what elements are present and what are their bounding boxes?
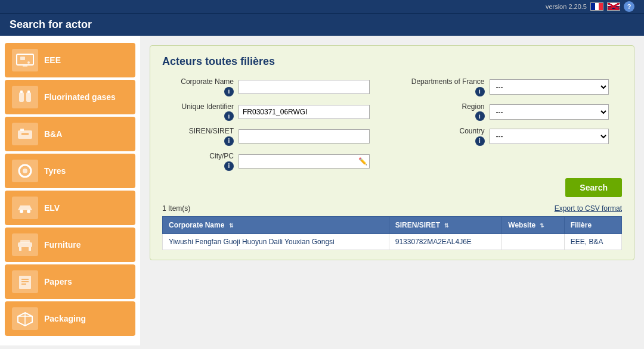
country-select[interactable]: --- bbox=[490, 129, 609, 144]
form-left: Corporate Name i Unique Identifier i bbox=[162, 77, 383, 171]
corporate-name-label: Corporate Name i bbox=[162, 77, 234, 96]
th-website[interactable]: Website ⇅ bbox=[502, 216, 564, 233]
sidebar-item-eee-label: EEE bbox=[44, 55, 61, 66]
table-row[interactable]: Yiwushi Fengfan Guoji Huoyun Daili Youxi… bbox=[163, 233, 622, 250]
svg-rect-15 bbox=[18, 242, 32, 247]
svg-rect-7 bbox=[27, 91, 30, 93]
content-area: Acteurs toutes filières Corporate Name i bbox=[140, 36, 644, 345]
sort-website-icon: ⇅ bbox=[540, 223, 544, 229]
results-area: 1 Item(s) Export to CSV format Corporate… bbox=[162, 204, 622, 250]
departments-info-icon[interactable]: i bbox=[475, 87, 485, 96]
city-pc-input[interactable] bbox=[239, 154, 370, 169]
results-table: Corporate Name ⇅ SIREN/SIRET ⇅ Website ⇅ bbox=[162, 216, 622, 250]
country-row: Country i --- bbox=[401, 127, 623, 146]
svg-rect-19 bbox=[19, 276, 31, 289]
search-form: Corporate Name i Unique Identifier i bbox=[162, 77, 622, 171]
search-btn-row: Search bbox=[162, 178, 622, 197]
th-corporate-name[interactable]: Corporate Name ⇅ bbox=[163, 216, 389, 233]
papers-icon bbox=[12, 270, 38, 293]
table-header-row: Corporate Name ⇅ SIREN/SIRET ⇅ Website ⇅ bbox=[163, 216, 622, 233]
sort-corporate-name-icon: ⇅ bbox=[229, 223, 234, 229]
eee-icon bbox=[12, 49, 38, 71]
sidebar-item-furniture[interactable]: Furniture bbox=[5, 228, 135, 262]
main-layout: EEE Fluorinated gases B&A Tyres ELV bbox=[0, 36, 644, 345]
table-body: Yiwushi Fengfan Guoji Huoyun Daili Youxi… bbox=[163, 233, 622, 250]
svg-point-13 bbox=[20, 210, 23, 213]
cell-corporate-name: Yiwushi Fengfan Guoji Huoyun Daili Youxi… bbox=[163, 233, 389, 250]
sidebar-item-elv[interactable]: ELV bbox=[5, 191, 135, 225]
flag-uk-icon[interactable] bbox=[607, 2, 620, 11]
flag-french-icon[interactable] bbox=[590, 2, 603, 11]
elv-icon bbox=[12, 197, 38, 219]
svg-point-14 bbox=[27, 210, 30, 213]
th-siren-siret[interactable]: SIREN/SIRET ⇅ bbox=[389, 216, 502, 233]
svg-rect-4 bbox=[19, 92, 24, 102]
unique-identifier-label: Unique Identifier i bbox=[162, 102, 234, 121]
sidebar-item-fluorinated-gases[interactable]: Fluorinated gases bbox=[5, 80, 135, 114]
ba-icon bbox=[12, 123, 38, 145]
cell-filiere: EEE, B&A bbox=[564, 233, 621, 250]
region-row: Region i --- bbox=[401, 102, 623, 121]
siren-siret-input[interactable] bbox=[239, 129, 370, 144]
cell-website bbox=[502, 233, 564, 250]
svg-point-2 bbox=[27, 61, 30, 64]
svg-rect-3 bbox=[23, 65, 27, 67]
results-count: 1 Item(s) bbox=[162, 204, 190, 213]
region-info-icon[interactable]: i bbox=[475, 111, 485, 121]
svg-rect-6 bbox=[20, 91, 23, 93]
sidebar-item-elv-label: ELV bbox=[44, 203, 60, 213]
sidebar-item-fluorinated-label: Fluorinated gases bbox=[44, 92, 116, 102]
furniture-icon bbox=[12, 233, 38, 256]
sidebar-item-eee[interactable]: EEE bbox=[5, 43, 135, 77]
table-head: Corporate Name ⇅ SIREN/SIRET ⇅ Website ⇅ bbox=[163, 216, 622, 233]
help-icon[interactable]: ? bbox=[624, 1, 634, 12]
sidebar-item-packaging[interactable]: Packaging bbox=[5, 301, 135, 336]
tyres-icon bbox=[12, 160, 38, 182]
svg-rect-16 bbox=[19, 247, 21, 251]
unique-identifier-input[interactable] bbox=[239, 105, 370, 119]
svg-rect-1 bbox=[20, 57, 25, 60]
city-pc-info-icon[interactable]: i bbox=[224, 161, 234, 171]
th-filiere: Filière bbox=[564, 216, 621, 233]
export-csv-link[interactable]: Export to CSV format bbox=[555, 204, 622, 213]
siren-siret-label: SIREN/SIRET i bbox=[162, 127, 234, 146]
sidebar-item-furniture-label: Furniture bbox=[44, 240, 80, 250]
search-button[interactable]: Search bbox=[565, 178, 622, 197]
city-pc-label: City/PC i bbox=[162, 152, 234, 171]
siren-siret-info-icon[interactable]: i bbox=[224, 136, 234, 146]
sidebar-item-tyres-label: Tyres bbox=[44, 166, 66, 176]
unique-identifier-info-icon[interactable]: i bbox=[224, 111, 234, 121]
fluorinated-gases-icon bbox=[12, 86, 38, 108]
sidebar-item-papers[interactable]: Papers bbox=[5, 264, 135, 299]
departments-row: Departments of France i --- bbox=[401, 77, 623, 96]
page-title: Search for actor bbox=[10, 18, 92, 31]
version-bar: version 2.20.5 ? bbox=[0, 0, 644, 14]
results-header: 1 Item(s) Export to CSV format bbox=[162, 204, 622, 213]
city-pc-edit-icon[interactable]: ✏️ bbox=[358, 157, 367, 166]
corporate-name-row: Corporate Name i bbox=[162, 77, 383, 96]
svg-rect-18 bbox=[20, 240, 30, 243]
region-label: Region i bbox=[401, 102, 485, 121]
header: Search for actor bbox=[0, 14, 644, 36]
country-info-icon[interactable]: i bbox=[475, 136, 485, 146]
city-pc-input-wrapper: ✏️ bbox=[239, 154, 370, 169]
svg-rect-5 bbox=[26, 92, 31, 102]
svg-rect-17 bbox=[29, 247, 31, 251]
corporate-name-input[interactable] bbox=[239, 80, 370, 94]
svg-point-12 bbox=[23, 169, 27, 173]
sidebar-item-ba[interactable]: B&A bbox=[5, 117, 135, 151]
sidebar-item-ba-label: B&A bbox=[44, 129, 62, 139]
packaging-icon bbox=[12, 307, 38, 330]
departments-select[interactable]: --- bbox=[490, 79, 609, 95]
city-pc-row: City/PC i ✏️ bbox=[162, 152, 383, 171]
country-label: Country i bbox=[401, 127, 485, 146]
sort-siren-siret-icon: ⇅ bbox=[444, 223, 449, 229]
sidebar-item-tyres[interactable]: Tyres bbox=[5, 154, 135, 188]
form-right: Departments of France i --- Region i bbox=[401, 77, 623, 171]
sidebar-item-packaging-label: Packaging bbox=[44, 314, 86, 324]
corporate-name-info-icon[interactable]: i bbox=[224, 87, 234, 96]
region-select[interactable]: --- bbox=[490, 104, 609, 120]
sidebar: EEE Fluorinated gases B&A Tyres ELV bbox=[0, 36, 140, 345]
unique-identifier-row: Unique Identifier i bbox=[162, 102, 383, 121]
panel-title: Acteurs toutes filières bbox=[162, 55, 622, 68]
